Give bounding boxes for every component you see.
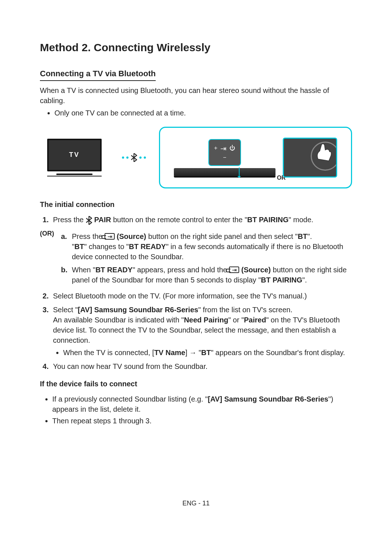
step-3-bullet: When the TV is connected, [TV Name] → "B… <box>63 347 352 358</box>
bluetooth-signal <box>122 153 146 162</box>
soundbar-illustration <box>174 168 275 176</box>
bluetooth-icon <box>131 153 137 162</box>
or-indicator: (OR) <box>40 228 61 288</box>
fail-bullet-1: If a previously connected Soundbar listi… <box>52 394 352 414</box>
tv-screen: TV <box>47 139 102 171</box>
fail-bullet-2: Then repeat steps 1 through 3. <box>52 416 352 426</box>
intro-text: When a TV is connected using Bluetooth, … <box>40 85 352 106</box>
source-icon <box>105 233 115 240</box>
hand-icon <box>314 141 332 163</box>
diagram: TV +⇥⏻ − OR <box>40 127 352 188</box>
page-title: Method 2. Connecting Wirelessly <box>40 40 352 55</box>
source-icon <box>229 267 239 273</box>
bluetooth-icon <box>86 216 92 225</box>
section-subtitle: Connecting a TV via Bluetooth <box>40 68 156 81</box>
step-3: 3. Select "[AV] Samsung Soundbar R6-Seri… <box>40 305 352 358</box>
step-2: 2. Select Bluetooth mode on the TV. (For… <box>40 291 352 301</box>
page-footer: ENG - 11 <box>0 499 392 508</box>
tv-illustration: TV <box>40 139 109 176</box>
step-1: 1. Press the PAIR button on the remote c… <box>40 215 352 225</box>
soundbar-remote-frame: +⇥⏻ − OR <box>159 127 352 188</box>
step-a: a. Press the (Source) button on the righ… <box>61 231 352 262</box>
intro-bullet: Only one TV can be connected at a time. <box>54 108 352 118</box>
step-4: 4. You can now hear TV sound from the So… <box>40 361 352 371</box>
section-initial-connection: The initial connection <box>40 199 352 209</box>
remote-illustration <box>283 138 337 178</box>
side-panel-callout: +⇥⏻ − <box>208 139 241 166</box>
step-b: b. When "BT READY" appears, press and ho… <box>61 265 352 285</box>
section-fails-to-connect: If the device fails to connect <box>40 379 352 389</box>
